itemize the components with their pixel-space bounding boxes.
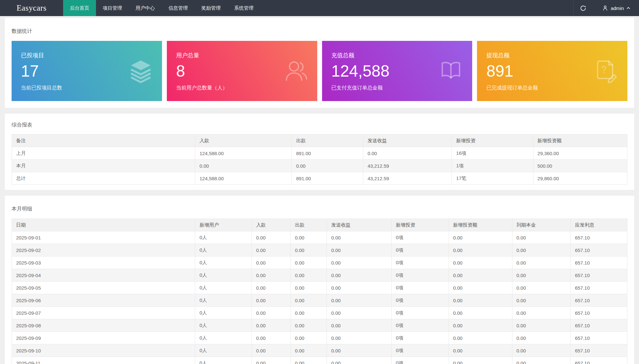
summary-table: 备注入款出款发送收益新增投资新增投资额上月124,588.00891.000.0… xyxy=(12,134,627,185)
table-cell: 657.10 xyxy=(571,244,627,257)
nav-tab-信息管理[interactable]: 信息管理 xyxy=(162,0,195,16)
table-cell: 0.00 xyxy=(449,282,512,294)
table-cell: 0.00 xyxy=(252,344,291,357)
table-cell: 0人 xyxy=(195,319,252,332)
table-row: 2025-09-110人0.000.000.000项0.000.00657.10 xyxy=(12,357,627,364)
table-cell: 657.10 xyxy=(571,269,627,282)
table-cell: 0.00 xyxy=(252,294,291,307)
column-header: 新增投资 xyxy=(392,219,449,231)
detail-panel: 本月明细 日期新增用户入款出款发送收益新增投资新增投资额到期本金应发利息2025… xyxy=(5,196,634,364)
table-cell: 0.00 xyxy=(327,294,392,307)
username: admin xyxy=(611,5,624,11)
table-cell: 0.00 xyxy=(252,332,291,344)
table-cell: 891.00 xyxy=(292,172,363,185)
table-cell: 0.00 xyxy=(252,307,291,319)
table-cell: 0.00 xyxy=(512,307,571,319)
stat-card-label: 提现总额 xyxy=(486,51,627,59)
table-cell: 0.00 xyxy=(449,332,512,344)
user-menu[interactable]: admin xyxy=(592,0,639,16)
stat-card-desc: 当前用户总数量（人） xyxy=(176,84,317,91)
stats-panel-title: 数据统计 xyxy=(12,28,627,35)
table-cell: 0.00 xyxy=(449,319,512,332)
table-cell: 0.00 xyxy=(327,344,392,357)
table-row: 2025-09-050人0.000.000.000项0.000.00657.10 xyxy=(12,282,627,294)
refresh-button[interactable] xyxy=(573,0,592,16)
table-cell: 0人 xyxy=(195,344,252,357)
table-row: 本月0.000.0043,212.591项500.00 xyxy=(12,160,627,172)
table-cell: 0.00 xyxy=(291,231,327,244)
table-cell: 0.00 xyxy=(291,319,327,332)
stat-card-value: 17 xyxy=(21,62,162,80)
stat-card: 充值总额124,588已支付充值订单总金额 xyxy=(322,41,472,101)
table-cell: 0.00 xyxy=(449,307,512,319)
table-row: 2025-09-090人0.000.000.000项0.000.00657.10 xyxy=(12,332,627,344)
table-row: 2025-09-020人0.000.000.000项0.000.00657.10 xyxy=(12,244,627,257)
table-cell: 0.00 xyxy=(363,147,452,160)
summary-panel-title: 综合报表 xyxy=(12,121,627,128)
nav-tab-后台首页[interactable]: 后台首页 xyxy=(63,0,96,16)
table-cell: 0项 xyxy=(392,257,449,269)
table-cell: 0人 xyxy=(195,294,252,307)
stats-panel: 数据统计 已投项目17当前已投项目总数用户总量8当前用户总数量（人）充值总额12… xyxy=(5,18,634,108)
table-cell: 0.00 xyxy=(327,357,392,364)
table-cell: 0人 xyxy=(195,357,252,364)
stat-card: 已投项目17当前已投项目总数 xyxy=(12,41,162,101)
column-header: 入款 xyxy=(252,219,291,231)
table-cell: 0.00 xyxy=(512,282,571,294)
table-cell: 0.00 xyxy=(449,231,512,244)
table-cell: 0.00 xyxy=(252,257,291,269)
table-cell: 0.00 xyxy=(512,294,571,307)
table-row: 2025-09-100人0.000.000.000项0.000.00657.10 xyxy=(12,344,627,357)
table-cell: 1项 xyxy=(452,160,533,172)
table-cell: 0.00 xyxy=(449,344,512,357)
nav-right: admin xyxy=(573,0,639,16)
column-header: 发送收益 xyxy=(327,219,392,231)
table-cell: 2025-09-04 xyxy=(12,269,195,282)
column-header: 发送收益 xyxy=(363,135,452,147)
table-cell: 0项 xyxy=(392,332,449,344)
table-row: 总计124,588.00891.0043,212.5917笔29,860.00 xyxy=(12,172,627,185)
user-icon xyxy=(602,5,608,11)
table-cell: 657.10 xyxy=(571,357,627,364)
table-cell: 0人 xyxy=(195,282,252,294)
table-cell: 上月 xyxy=(12,147,195,160)
table-cell: 0.00 xyxy=(291,244,327,257)
table-cell: 2025-09-03 xyxy=(12,257,195,269)
table-cell: 500.00 xyxy=(533,160,627,172)
table-cell: 0.00 xyxy=(291,269,327,282)
table-cell: 0.00 xyxy=(195,160,292,172)
nav-tab-系统管理[interactable]: 系统管理 xyxy=(227,0,260,16)
nav-tab-用户中心[interactable]: 用户中心 xyxy=(129,0,162,16)
table-cell: 124,588.00 xyxy=(195,147,292,160)
table-cell: 0.00 xyxy=(512,269,571,282)
stat-card-value: 891 xyxy=(486,62,627,80)
table-cell: 43,212.59 xyxy=(363,160,452,172)
table-cell: 0人 xyxy=(195,269,252,282)
table-cell: 0项 xyxy=(392,344,449,357)
table-cell: 0.00 xyxy=(252,319,291,332)
table-cell: 0人 xyxy=(195,332,252,344)
stat-card-label: 用户总量 xyxy=(176,51,317,59)
stat-card-content: 用户总量8当前用户总数量（人） xyxy=(167,41,317,91)
table-cell: 0.00 xyxy=(291,357,327,364)
nav-tab-项目管理[interactable]: 项目管理 xyxy=(96,0,129,16)
stat-card-value: 8 xyxy=(176,62,317,80)
table-cell: 本月 xyxy=(12,160,195,172)
table-cell: 657.10 xyxy=(571,307,627,319)
nav-tab-奖励管理[interactable]: 奖励管理 xyxy=(195,0,227,16)
table-cell: 0.00 xyxy=(252,231,291,244)
table-cell: 0.00 xyxy=(449,269,512,282)
table-cell: 0.00 xyxy=(449,357,512,364)
table-cell: 2025-09-10 xyxy=(12,344,195,357)
column-header: 新增投资额 xyxy=(449,219,512,231)
table-cell: 0.00 xyxy=(449,257,512,269)
stat-card-desc: 已完成提现订单总金额 xyxy=(486,84,627,91)
app-logo: Easycars xyxy=(0,0,63,16)
stat-card-desc: 已支付充值订单总金额 xyxy=(331,84,472,91)
table-cell: 0.00 xyxy=(292,160,363,172)
table-cell: 0人 xyxy=(195,231,252,244)
table-row: 2025-09-010人0.000.000.000项0.000.00657.10 xyxy=(12,231,627,244)
table-row: 2025-09-060人0.000.000.000项0.000.00657.10 xyxy=(12,294,627,307)
table-cell: 0.00 xyxy=(291,294,327,307)
chevron-up-icon xyxy=(626,6,631,10)
